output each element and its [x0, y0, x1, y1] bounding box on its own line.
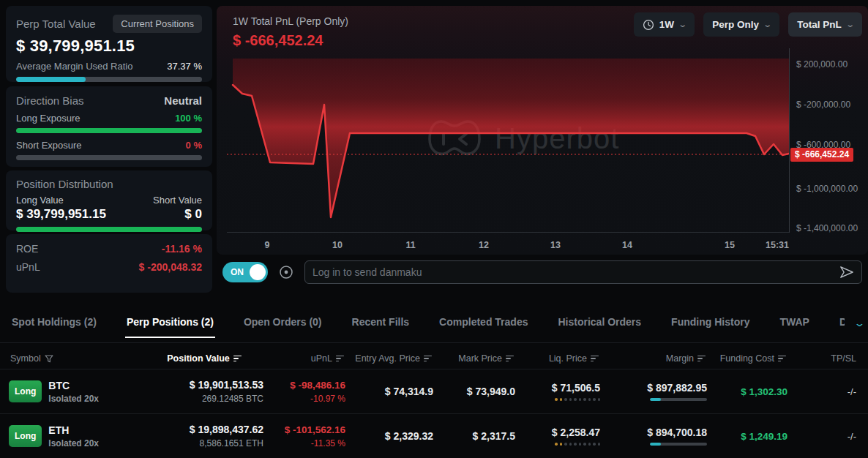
- x-tick-label: 9: [265, 240, 270, 250]
- col-tpsl: TP/SL: [787, 353, 868, 364]
- danmaku-toggle-label: ON: [231, 267, 244, 277]
- margin-cell: $ 894,700.18: [600, 427, 707, 446]
- chevron-down-icon: ⌄: [678, 20, 687, 29]
- direction-bias-card: Direction Bias Neutral Long Exposure 100…: [6, 86, 212, 167]
- range-dropdown[interactable]: 1W ⌄: [634, 12, 695, 37]
- danmaku-toggle[interactable]: ON: [222, 262, 268, 282]
- liq-price-cell: $ 2,258.47: [515, 427, 600, 446]
- x-tick-label: 14: [622, 240, 632, 250]
- side-badge: Long: [9, 380, 42, 402]
- tab-recent-fills[interactable]: Recent Fills: [351, 310, 411, 337]
- filter-icon[interactable]: [45, 355, 53, 363]
- bottom-tabs: Spot Holdings (2) Perp Positions (2) Ope…: [0, 310, 845, 341]
- sort-icon: [697, 356, 706, 362]
- direction-bias-label: Direction Bias: [16, 94, 84, 107]
- col-margin[interactable]: Margin: [600, 353, 707, 364]
- col-mark-price[interactable]: Mark Price: [433, 353, 515, 364]
- position-distribution-label: Position Distribution: [16, 178, 202, 190]
- upnl-cell: $ -101,562.16 -11.35 %: [263, 424, 345, 448]
- chevron-down-icon: ⌄: [763, 20, 772, 29]
- chevron-down-icon: ⌄: [845, 20, 855, 29]
- tabs-overflow-chevron-icon[interactable]: ⌄: [853, 318, 865, 329]
- avg-margin-label: Average Margin Used Ratio: [16, 61, 132, 72]
- col-position-value[interactable]: Position Value: [146, 353, 263, 364]
- short-exposure-label: Short Exposure: [16, 140, 82, 151]
- danmaku-settings-icon[interactable]: [277, 263, 295, 281]
- tab-historical-orders[interactable]: Historical Orders: [556, 310, 643, 337]
- margin-progressbar: [650, 443, 707, 446]
- perp-total-value: $ 39,799,951.15: [16, 37, 202, 56]
- y-tick-label: $ -1,400,000.00: [796, 223, 858, 233]
- pnl-chart-card: 1W Total PnL (Perp Only) $ -666,452.24 1…: [217, 6, 868, 255]
- liq-risk-dots: [515, 443, 600, 446]
- x-tick-label: 15: [725, 240, 735, 250]
- roe-value: -11.16 %: [162, 243, 202, 255]
- x-tick-label: 10: [332, 240, 343, 250]
- chart-title: 1W Total PnL (Perp Only): [233, 15, 348, 27]
- mark-price-cell: $ 2,317.5: [433, 430, 515, 442]
- pnl-plot-area: [227, 59, 789, 233]
- col-symbol[interactable]: Symbol: [0, 353, 146, 364]
- send-icon[interactable]: [839, 265, 854, 279]
- sort-icon: [591, 356, 599, 362]
- metric-dropdown-label: Total PnL: [797, 19, 842, 30]
- entry-price-cell: $ 74,314.9: [345, 386, 433, 397]
- upnl-label: uPnL: [16, 261, 40, 273]
- tab-completed-trades[interactable]: Completed Trades: [438, 310, 529, 337]
- tab-perp-positions[interactable]: Perp Positions (2): [125, 310, 215, 338]
- positions-table-header: Symbol Position Value uPnL Entry Avg. Pr…: [0, 348, 868, 369]
- symbol-name: ETH: [48, 424, 99, 436]
- clock-icon: [643, 19, 654, 31]
- table-row-btc: Long BTC Isolated 20x $ 19,901,513.53 26…: [0, 369, 868, 413]
- danmaku-bar: ON: [222, 260, 862, 284]
- funding-cost-cell: $ 1,302.30: [707, 386, 787, 397]
- direction-bias-value: Neutral: [164, 94, 202, 107]
- liq-price-cell: $ 71,506.5: [515, 382, 600, 401]
- danmaku-input[interactable]: [313, 266, 833, 278]
- current-pnl-tag: $ -666,452.24: [790, 148, 853, 162]
- short-value: $ 0: [184, 207, 202, 222]
- sort-icon: [778, 356, 786, 362]
- upnl-cell: $ -98,486.16 -10.97 %: [263, 380, 345, 404]
- col-funding-cost[interactable]: Funding Cost: [707, 353, 787, 364]
- avg-margin-value: 37.37 %: [167, 61, 202, 72]
- scope-dropdown[interactable]: Perp Only ⌄: [703, 12, 779, 37]
- long-exposure-progressbar: [16, 128, 202, 133]
- col-liq-price[interactable]: Liq. Price: [515, 353, 600, 364]
- distribution-progressbar: [16, 227, 202, 232]
- sort-icon: [336, 356, 344, 362]
- y-axis-line: [789, 48, 790, 233]
- long-value: $ 39,799,951.15: [16, 207, 106, 222]
- upnl-value: $ -200,048.32: [139, 261, 202, 273]
- long-value-label: Long Value: [16, 195, 64, 206]
- x-tick-label: 11: [405, 240, 415, 250]
- symbol-leverage: Isolated 20x: [48, 394, 99, 404]
- long-exposure-value: 100 %: [175, 113, 202, 124]
- tab-twap[interactable]: TWAP: [778, 310, 810, 337]
- symbol-cell: Long BTC Isolated 20x: [0, 380, 146, 404]
- x-tick-label: 13: [550, 240, 561, 250]
- sort-icon: [506, 356, 514, 362]
- scope-dropdown-label: Perp Only: [712, 19, 759, 30]
- tpsl-cell[interactable]: -/-: [787, 431, 868, 442]
- mark-price-cell: $ 73,949.0: [433, 386, 515, 397]
- tpsl-cell[interactable]: -/-: [787, 386, 868, 397]
- short-exposure-value: 0 %: [186, 140, 202, 151]
- col-entry-price[interactable]: Entry Avg. Price: [345, 353, 433, 364]
- perp-total-value-label: Perp Total Value: [16, 18, 96, 30]
- sort-icon: [233, 356, 242, 362]
- funding-cost-cell: $ 1,249.19: [707, 431, 787, 442]
- tab-spot-holdings[interactable]: Spot Holdings (2): [10, 310, 98, 337]
- metric-dropdown[interactable]: Total PnL ⌄: [788, 12, 862, 37]
- liq-risk-dots: [515, 398, 600, 401]
- perp-total-value-card: Perp Total Value Current Positions $ 39,…: [6, 6, 212, 82]
- pnl-area: [233, 59, 789, 217]
- col-upnl[interactable]: uPnL: [263, 353, 345, 364]
- tab-open-orders[interactable]: Open Orders (0): [242, 310, 323, 337]
- tab-funding-history[interactable]: Funding History: [670, 310, 751, 337]
- danmaku-input-wrap: [304, 260, 862, 284]
- y-tick-label: $ 200,000.00: [796, 59, 848, 70]
- tab-deposits-withdrawals[interactable]: Deposits & Withdraw: [838, 310, 845, 337]
- current-positions-button[interactable]: Current Positions: [113, 15, 202, 33]
- y-tick-label: $ -200,000.00: [796, 100, 850, 110]
